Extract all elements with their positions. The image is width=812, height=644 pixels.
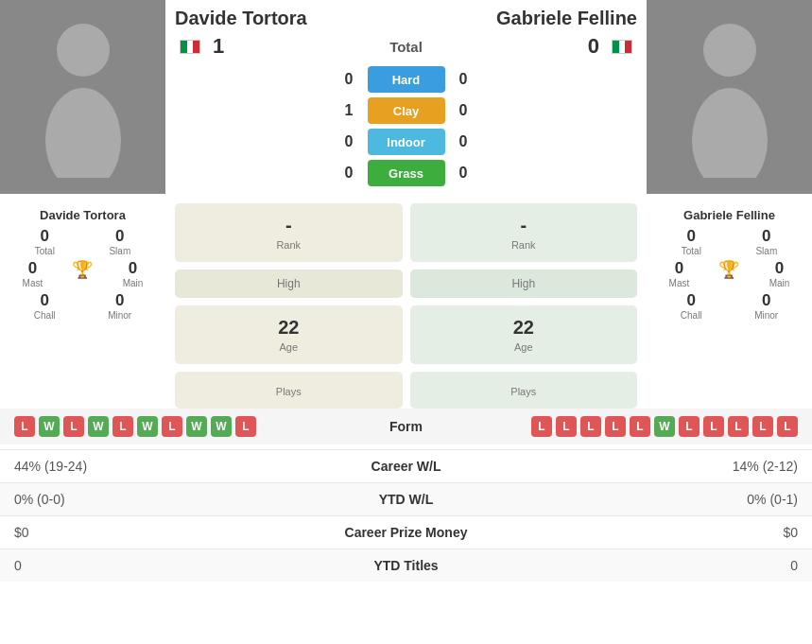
form-badge-left: W	[211, 416, 232, 437]
indoor-btn[interactable]: Indoor	[368, 129, 445, 155]
right-silhouette-icon	[682, 17, 777, 178]
surface-row-grass: 0 Grass 0	[165, 160, 647, 186]
left-total-lbl: Total	[35, 246, 55, 256]
left-chall-cell: 0 Chall	[34, 291, 56, 321]
flags-scores-row: 1 Total 0	[165, 34, 647, 59]
form-badge-right: L	[728, 416, 749, 437]
svg-point-2	[703, 24, 756, 77]
right-main-val: 0	[769, 259, 790, 278]
right-slam-lbl: Slam	[755, 246, 777, 256]
right-player-photo	[647, 0, 812, 194]
stat-left-val-3: 0	[14, 558, 302, 573]
stat-center-label-0: Career W/L	[302, 459, 510, 474]
main-container: Davide Tortora Gabriele Felline 1 Total …	[0, 0, 812, 582]
form-badge-right: L	[556, 416, 577, 437]
left-rank-card: - Rank	[175, 203, 403, 262]
player-names-row: Davide Tortora Gabriele Felline	[165, 8, 647, 29]
right-rank-lbl: Rank	[418, 239, 631, 251]
indoor-right-score: 0	[445, 133, 638, 150]
left-slam-lbl: Slam	[109, 246, 130, 256]
left-player-photo	[0, 0, 165, 194]
grass-btn[interactable]: Grass	[368, 160, 445, 186]
form-badge-right: L	[777, 416, 798, 437]
trophy-icon-right: 🏆	[718, 259, 739, 288]
right-stat-col: Gabriele Felline 0 Total 0 Slam 0 Mast	[647, 203, 812, 409]
left-flag-icon	[180, 40, 200, 54]
right-main-lbl: Main	[769, 278, 790, 288]
right-rank-card: - Rank	[410, 203, 638, 262]
form-badge-left: W	[186, 416, 207, 437]
right-age-card: 22 Age	[410, 305, 638, 364]
left-age-lbl: Age	[182, 341, 395, 353]
stat-left-val-1: 0% (0-0)	[14, 492, 302, 507]
stat-center-label-2: Career Prize Money	[302, 525, 510, 540]
right-total-val: 0	[682, 227, 701, 246]
form-badge-left: L	[63, 416, 84, 437]
left-total-score: 1	[213, 34, 224, 59]
right-player-name: Gabriele Felline	[406, 8, 638, 29]
left-high-card: High	[175, 270, 403, 298]
left-chall-row: 0 Chall 0 Minor	[8, 291, 158, 321]
top-area: Davide Tortora Gabriele Felline 1 Total …	[0, 0, 812, 194]
form-badge-left: L	[112, 416, 133, 437]
right-minor-lbl: Minor	[754, 310, 778, 321]
mid-cards-row: Davide Tortora 0 Total 0 Slam 0 Mast	[0, 203, 812, 409]
hard-left-score: 0	[175, 71, 368, 88]
right-mast-row: 0 Mast 🏆 0 Main	[654, 259, 804, 288]
right-flag-icon	[612, 40, 632, 54]
right-minor-val: 0	[754, 291, 778, 310]
left-main-cell: 0 Main	[123, 259, 144, 288]
right-plays-card: Plays	[410, 372, 638, 409]
left-chall-lbl: Chall	[34, 310, 56, 321]
left-photo-bg	[0, 0, 165, 194]
left-total-cell: 0 Total	[35, 227, 55, 256]
form-badge-right: W	[654, 416, 675, 437]
right-high-card: High	[410, 270, 638, 298]
left-main-lbl: Main	[123, 278, 144, 288]
left-mast-lbl: Mast	[23, 278, 43, 288]
right-plays-lbl: Plays	[418, 386, 631, 397]
right-player-stats: Gabriele Felline 0 Total 0 Slam 0 Mast	[647, 203, 812, 328]
hard-btn[interactable]: Hard	[368, 66, 445, 93]
right-mast-lbl: Mast	[669, 278, 690, 288]
form-badge-left: L	[14, 416, 35, 437]
clay-btn[interactable]: Clay	[368, 97, 445, 124]
stat-right-val-2: $0	[510, 525, 799, 540]
right-chall-lbl: Chall	[681, 310, 702, 321]
left-minor-lbl: Minor	[108, 310, 131, 321]
right-chall-val: 0	[681, 291, 702, 310]
right-flag-score: 0	[449, 34, 638, 59]
right-rank-val: -	[418, 215, 631, 236]
left-stat-col: Davide Tortora 0 Total 0 Slam 0 Mast	[0, 203, 165, 409]
left-plays-card: Plays	[175, 372, 403, 409]
stat-row-3: 0YTD Titles0	[0, 548, 812, 582]
left-rank-lbl: Rank	[182, 239, 395, 251]
left-name-label: Davide Tortora	[8, 208, 158, 227]
form-left: LWLWLWLWWL	[14, 416, 312, 437]
right-name-label: Gabriele Felline	[654, 208, 804, 227]
form-section: LWLWLWLWWL Form LLLLLWLLLLL	[0, 409, 812, 444]
right-mast-val: 0	[669, 259, 690, 278]
left-mast-cell: 0 Mast	[23, 259, 43, 288]
surface-section: 0 Hard 0 1 Clay 0 0 Indoor 0 0 Grass	[165, 66, 647, 191]
form-right: LLLLLWLLLLL	[501, 416, 799, 437]
surface-row-clay: 1 Clay 0	[165, 97, 647, 124]
form-badge-right: L	[752, 416, 773, 437]
right-mast-cell: 0 Mast	[669, 259, 690, 288]
stat-right-val-3: 0	[510, 558, 799, 573]
trophy-right: 🏆	[718, 260, 739, 279]
left-player-name: Davide Tortora	[175, 8, 406, 29]
form-badge-left: L	[235, 416, 256, 437]
stat-center-label-3: YTD Titles	[302, 558, 510, 573]
form-badge-right: L	[605, 416, 626, 437]
form-badge-right: L	[703, 416, 724, 437]
svg-point-3	[692, 88, 768, 178]
center-cards-col: - Rank High 22 Age Plays - Rank	[165, 203, 647, 409]
total-label: Total	[389, 39, 423, 55]
stat-right-val-0: 14% (2-12)	[510, 459, 799, 474]
right-minor-cell: 0 Minor	[754, 291, 778, 321]
right-total-cell: 0 Total	[682, 227, 701, 256]
left-totals-row: 0 Total 0 Slam	[8, 227, 158, 256]
left-minor-val: 0	[108, 291, 131, 310]
left-mast-row: 0 Mast 🏆 0 Main	[8, 259, 158, 288]
